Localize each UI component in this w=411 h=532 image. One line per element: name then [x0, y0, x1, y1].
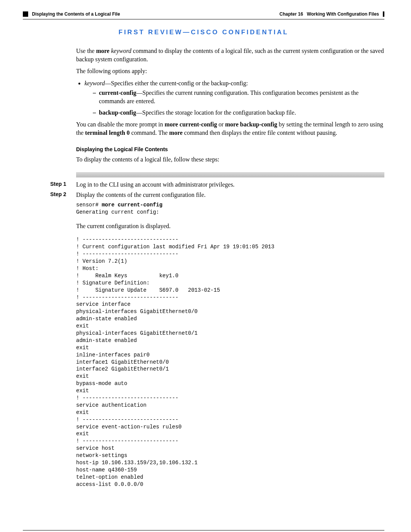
text: —Specifies the current running configura…: [99, 89, 358, 104]
option-list: keyword—Specifies either the current-con…: [76, 79, 384, 117]
step-2: Step 2 Display the contents of the curre…: [23, 191, 384, 488]
page: Displaying the Contents of a Logical Fil…: [0, 0, 411, 532]
text: —Specifies either the current-config or …: [105, 80, 248, 86]
steps: Step 1 Log in to the CLI using an accoun…: [23, 181, 384, 488]
header-marker-icon: [23, 11, 28, 17]
sub-option-list: current-config—Specifies the current run…: [84, 89, 384, 117]
prompt: sensor#: [76, 202, 102, 208]
cmd: terminal length 0: [85, 129, 130, 136]
text: —Specifies the storage location for the …: [136, 109, 296, 116]
sub-option-current-config: current-config—Specifies the current run…: [93, 89, 384, 105]
header-chapter: Chapter 16 Working With Configuration Fi…: [279, 11, 381, 17]
label: backup-config: [99, 109, 136, 116]
option-keyword: keyword—Specifies either the current-con…: [84, 79, 384, 117]
step-2-code: sensor# more current-config Generating c…: [76, 201, 384, 216]
output-line: Generating current config:: [76, 209, 162, 215]
body-content: Use the more keyword command to display …: [76, 47, 384, 164]
intro-paragraph-1: Use the more keyword command to display …: [76, 47, 384, 63]
config-output: ! ------------------------------ ! Curre…: [76, 236, 384, 488]
confidential-banner: FIRST REVIEW—CISCO CONFIDENTIAL: [23, 29, 384, 36]
text: You can disable the more prompt in: [76, 121, 165, 128]
disable-more-paragraph: You can disable the more prompt in more …: [76, 120, 384, 137]
text: command. The: [130, 129, 169, 136]
sub-option-backup-config: backup-config—Specifies the storage loca…: [93, 109, 384, 117]
page-header: Displaying the Contents of a Logical Fil…: [23, 11, 384, 17]
header-chapter-title: Working With Configuration Files: [307, 11, 379, 17]
cmd: more backup-config: [225, 121, 277, 128]
intro-paragraph-2: The following options apply:: [76, 67, 384, 75]
step-2-note: The current configuration is displayed.: [76, 222, 384, 230]
label: current-config: [99, 89, 136, 96]
header-chapter-label: Chapter 16: [279, 11, 303, 17]
header-rule-end-icon: [383, 11, 384, 17]
subheading: Displaying the Logical File Contents: [76, 146, 384, 153]
cmd-more: more: [96, 48, 109, 54]
header-section-title: Displaying the Contents of a Logical Fil…: [32, 11, 120, 17]
cmd: more current-config: [165, 121, 217, 128]
step-1: Step 1 Log in to the CLI using an accoun…: [23, 181, 384, 189]
page-footer: Cisco Intrusion Prevention System Sensor…: [23, 530, 384, 532]
keyword-ital: keyword: [84, 80, 105, 86]
text: or: [217, 121, 225, 128]
arg-keyword: keyword: [110, 48, 132, 54]
text: Use the: [76, 48, 96, 54]
command: more current-config: [102, 202, 162, 208]
header-rule: [23, 19, 384, 19]
step-2-label: Step 2: [50, 191, 66, 198]
footer-rule: [23, 530, 384, 530]
text: command then displays the entire file co…: [183, 129, 337, 136]
subhead-desc: To display the contents of a logical fil…: [76, 155, 384, 164]
step-1-text: Log in to the CLI using an account with …: [76, 181, 234, 188]
separator-bar-icon: [76, 172, 384, 177]
step-1-label: Step 1: [50, 181, 66, 188]
step-2-text: Display the contents of the current conf…: [76, 192, 206, 198]
cmd: more: [169, 129, 183, 136]
